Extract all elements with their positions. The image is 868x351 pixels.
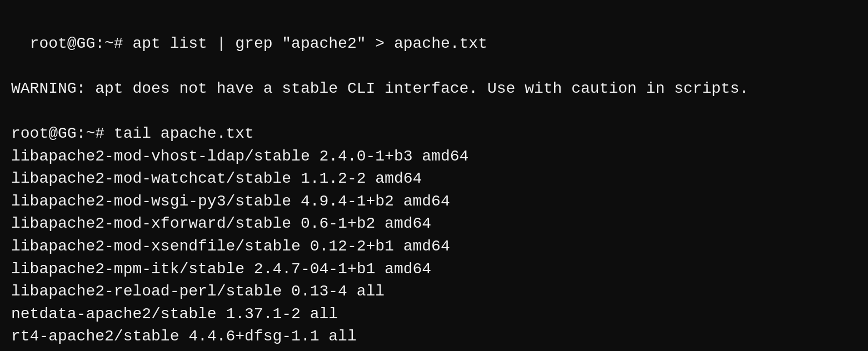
terminal-content: root@GG:~# apt list | grep "apache2" > a… [11,35,749,351]
terminal-window[interactable]: root@GG:~# apt list | grep "apache2" > a… [0,0,868,351]
